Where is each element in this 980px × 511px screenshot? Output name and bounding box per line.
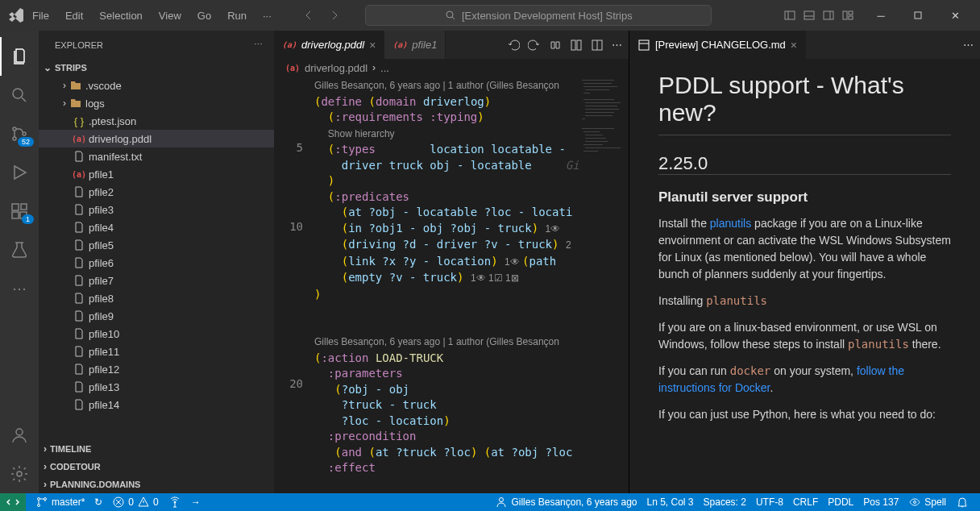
svg-rect-3: [804, 11, 814, 19]
editor-more-icon[interactable]: ⋯: [612, 39, 622, 51]
svg-rect-5: [824, 11, 833, 19]
breadcrumb[interactable]: (a) driverlog.pddl › ...: [274, 59, 629, 77]
layout-customize-icon[interactable]: [841, 9, 854, 22]
svg-rect-28: [585, 89, 609, 90]
tree-item--vscode[interactable]: ›.vscode: [39, 77, 274, 94]
section-planning-domains[interactable]: ›PLANNING.DOMAINS: [39, 476, 274, 493]
sb-cursor[interactable]: Ln 5, Col 3: [642, 496, 698, 509]
tree-item-pfile11[interactable]: pfile11: [39, 343, 274, 360]
activity-explorer[interactable]: [0, 37, 39, 76]
split-icon[interactable]: [591, 39, 604, 52]
preview-content[interactable]: PDDL support - What's new? 2.25.0 Planut…: [629, 59, 980, 493]
activity-more[interactable]: ⋯: [0, 269, 39, 308]
minimap[interactable]: [580, 77, 629, 493]
tab-driverlog-pddl[interactable]: (a)driverlog.pddl×: [274, 31, 384, 59]
tree-item-pfile14[interactable]: pfile14: [39, 396, 274, 413]
tab-preview-changelog[interactable]: [Preview] CHANGELOG.md ×: [629, 31, 806, 59]
sb-pos[interactable]: Pos 137: [858, 496, 903, 509]
layout-sidebar-left-icon[interactable]: [783, 9, 796, 22]
tree-item-pfile6[interactable]: pfile6: [39, 254, 274, 272]
tab-pfile1[interactable]: (a)pfile1: [384, 31, 446, 59]
svg-rect-36: [582, 118, 585, 119]
preview-more-icon[interactable]: ⋯: [963, 39, 974, 51]
section-timeline[interactable]: ›TIMELINE: [39, 440, 274, 458]
scm-badge: 52: [18, 137, 34, 147]
tree-item-pfile8[interactable]: pfile8: [39, 289, 274, 307]
activity-search[interactable]: [0, 76, 39, 114]
project-name: STRIPS: [55, 63, 87, 73]
sb-indent[interactable]: Spaces: 2: [699, 496, 751, 509]
svg-point-12: [13, 127, 16, 131]
sb-problems[interactable]: 0 0: [107, 496, 163, 509]
tree-item--ptest-json[interactable]: { }.ptest.json: [39, 112, 274, 130]
tree-item-pfile7[interactable]: pfile7: [39, 272, 274, 289]
menu-selection[interactable]: Selection: [93, 6, 148, 25]
menu-···[interactable]: ···: [256, 6, 278, 25]
back-icon[interactable]: [302, 9, 315, 22]
menu-file[interactable]: File: [26, 6, 56, 25]
sb-blame[interactable]: Gilles Besançon, 6 years ago: [490, 496, 642, 509]
preview-p4: If you can run docker on your system, fo…: [658, 363, 951, 397]
window-close-button[interactable]: ✕: [936, 0, 974, 31]
svg-rect-45: [639, 40, 649, 50]
sb-runtask[interactable]: [164, 496, 186, 509]
chevron-down-icon: ⌄: [44, 62, 52, 73]
layout-sidebar-right-icon[interactable]: [822, 9, 835, 22]
project-section-header[interactable]: ⌄ STRIPS: [39, 59, 274, 77]
sb-language[interactable]: PDDL: [823, 496, 858, 509]
tree-item-pfile10[interactable]: pfile10: [39, 325, 274, 343]
sb-notifications[interactable]: [951, 496, 974, 509]
activity-settings[interactable]: [0, 455, 39, 493]
minimap-content: [580, 77, 629, 254]
menu-go[interactable]: Go: [191, 6, 218, 25]
editor-tab-actions: ⋯: [500, 31, 629, 59]
activity-run[interactable]: [0, 153, 39, 192]
close-icon[interactable]: ×: [369, 39, 376, 52]
tree-item-driverlog-pddl[interactable]: (a)driverlog.pddl: [39, 130, 274, 147]
tree-item-pfile2[interactable]: pfile2: [39, 183, 274, 201]
go-back-icon[interactable]: [507, 39, 520, 52]
forward-icon[interactable]: [328, 9, 341, 22]
remote-indicator[interactable]: [0, 493, 26, 511]
preview-p5: If you can just use Python, here is what…: [658, 406, 951, 423]
diff-icon[interactable]: [570, 39, 583, 52]
svg-rect-32: [585, 106, 617, 106]
tree-item-pfile5[interactable]: pfile5: [39, 236, 274, 254]
layout-panel-icon[interactable]: [803, 9, 816, 22]
sb-sync[interactable]: ↻: [89, 496, 107, 508]
activity-testing[interactable]: [0, 231, 39, 269]
window-minimize-button[interactable]: ─: [862, 0, 899, 31]
ext-badge: 1: [22, 214, 34, 224]
tree-item-pfile3[interactable]: pfile3: [39, 201, 274, 218]
preview-h3: Planutil server support: [658, 189, 951, 206]
go-next-icon[interactable]: [528, 39, 541, 52]
section-codetour[interactable]: ›CODETOUR: [39, 458, 274, 476]
sb-branch[interactable]: master*: [31, 496, 89, 509]
svg-rect-29: [583, 93, 590, 93]
editor-content[interactable]: Gilles Besançon, 6 years ago | 1 author …: [314, 77, 580, 493]
menu-run[interactable]: Run: [221, 6, 253, 25]
main-menu: FileEditSelectionViewGoRun···: [26, 6, 278, 25]
activity-extensions[interactable]: 1: [0, 192, 39, 231]
sidebar-more-icon[interactable]: ⋯: [254, 39, 263, 50]
tree-item-pfile4[interactable]: pfile4: [39, 218, 274, 236]
sb-eol[interactable]: CRLF: [788, 496, 823, 509]
tree-item-pfile13[interactable]: pfile13: [39, 378, 274, 396]
window-maximize-button[interactable]: [899, 0, 936, 31]
status-bar: master* ↻ 0 0 → Gilles Besançon, 6 years…: [0, 493, 980, 511]
compare-icon[interactable]: [549, 39, 562, 52]
menu-view[interactable]: View: [152, 6, 188, 25]
sb-debug[interactable]: →: [186, 496, 206, 508]
close-icon[interactable]: ×: [791, 39, 797, 52]
tree-item-manifest-txt[interactable]: manifest.txt: [39, 147, 274, 165]
tree-item-logs[interactable]: ›logs: [39, 94, 274, 112]
sb-spell[interactable]: Spell: [903, 496, 951, 509]
menu-edit[interactable]: Edit: [59, 6, 89, 25]
activity-scm[interactable]: 52: [0, 114, 39, 153]
sb-encoding[interactable]: UTF-8: [751, 496, 788, 509]
tree-item-pfile1[interactable]: (a)pfile1: [39, 165, 274, 183]
tree-item-pfile12[interactable]: pfile12: [39, 360, 274, 378]
command-center[interactable]: [Extension Development Host] Strips: [365, 5, 712, 26]
tree-item-pfile9[interactable]: pfile9: [39, 307, 274, 325]
activity-account[interactable]: [0, 416, 39, 455]
